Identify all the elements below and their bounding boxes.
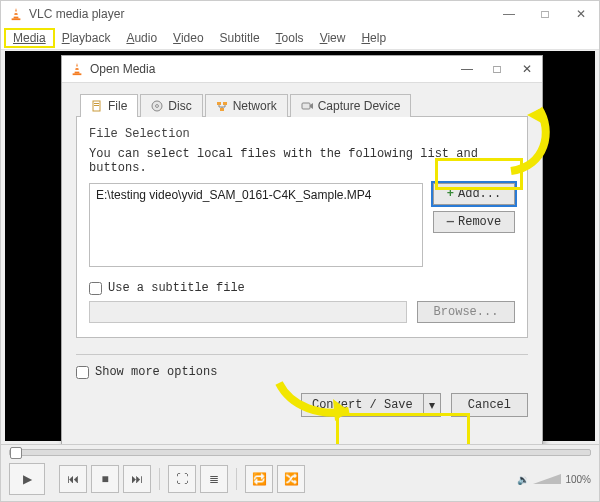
svg-point-12 xyxy=(156,105,159,108)
add-button-label: Add... xyxy=(458,187,501,201)
minus-icon: — xyxy=(447,215,454,229)
maximize-button[interactable]: □ xyxy=(527,1,563,27)
plus-icon: + xyxy=(447,187,454,201)
separator xyxy=(236,468,237,490)
network-icon xyxy=(216,100,228,112)
svg-rect-14 xyxy=(223,102,227,105)
tab-capture-label: Capture Device xyxy=(318,99,401,113)
vlc-cone-icon xyxy=(9,7,23,21)
show-more-input[interactable] xyxy=(76,366,89,379)
tab-file[interactable]: File xyxy=(80,94,138,117)
tab-file-label: File xyxy=(108,99,127,113)
minimize-button[interactable]: — xyxy=(491,1,527,27)
main-window-title: VLC media player xyxy=(29,7,491,21)
svg-rect-3 xyxy=(14,15,18,17)
svg-rect-7 xyxy=(75,70,79,72)
svg-rect-16 xyxy=(302,103,310,109)
dialog-close-button[interactable]: ✕ xyxy=(512,56,542,82)
use-subtitle-label: Use a subtitle file xyxy=(108,281,245,295)
menu-subtitle[interactable]: Subtitle xyxy=(212,29,268,47)
fullscreen-button[interactable]: ⛶ xyxy=(168,465,196,493)
convert-save-dropdown[interactable]: ▾ xyxy=(423,393,441,417)
convert-save-label: Convert / Save xyxy=(301,393,423,417)
remove-button[interactable]: — Remove xyxy=(433,211,515,233)
menu-media[interactable]: Media xyxy=(5,29,54,47)
subtitle-path-box xyxy=(89,301,407,323)
file-selection-row: E:\testing video\yvid_SAM_0161-C4K_Sampl… xyxy=(89,183,515,267)
svg-rect-13 xyxy=(217,102,221,105)
separator xyxy=(159,468,160,490)
file-selection-hint: You can select local files with the foll… xyxy=(89,147,515,175)
file-buttons: + Add... — Remove xyxy=(433,183,515,267)
volume-slider[interactable] xyxy=(533,474,561,484)
vlc-main-window: VLC media player — □ ✕ Media Playback Au… xyxy=(0,0,600,502)
menu-playback[interactable]: Playback xyxy=(54,29,119,47)
svg-rect-10 xyxy=(94,105,99,106)
loop-button[interactable]: 🔁 xyxy=(245,465,273,493)
show-more-label: Show more options xyxy=(95,365,217,379)
volume-control[interactable]: 🔉 100% xyxy=(517,474,591,485)
file-panel: File Selection You can select local file… xyxy=(76,116,528,338)
cancel-button[interactable]: Cancel xyxy=(451,393,528,417)
dialog-footer: Show more options xyxy=(76,365,528,379)
use-subtitle-checkbox[interactable]: Use a subtitle file xyxy=(89,281,515,295)
tab-disc[interactable]: Disc xyxy=(140,94,202,117)
svg-rect-15 xyxy=(220,108,224,111)
svg-rect-1 xyxy=(12,18,21,20)
volume-percent: 100% xyxy=(565,474,591,485)
file-selection-label: File Selection xyxy=(89,127,515,141)
menubar: Media Playback Audio Video Subtitle Tool… xyxy=(1,27,599,50)
seek-thumb[interactable] xyxy=(10,447,22,459)
play-button[interactable]: ▶ xyxy=(9,463,45,495)
svg-rect-2 xyxy=(14,11,18,13)
speaker-icon: 🔉 xyxy=(517,474,529,485)
divider xyxy=(76,354,528,355)
dialog-action-row: Convert / Save ▾ Cancel xyxy=(76,393,528,417)
dialog-minimize-button[interactable]: — xyxy=(452,56,482,82)
file-icon xyxy=(91,100,103,112)
open-media-dialog: Open Media — □ ✕ File Disc Network xyxy=(61,55,543,449)
prev-button[interactable]: ⏮ xyxy=(59,465,87,493)
menu-tools[interactable]: Tools xyxy=(268,29,312,47)
convert-save-button[interactable]: Convert / Save ▾ xyxy=(301,393,441,417)
remove-button-label: Remove xyxy=(458,215,501,229)
shuffle-button[interactable]: 🔀 xyxy=(277,465,305,493)
player-controls: ▶ ⏮ ■ ⏭ ⛶ ≣ 🔁 🔀 🔉 100% xyxy=(1,444,599,501)
svg-rect-9 xyxy=(94,103,99,104)
tab-strip: File Disc Network Capture Device xyxy=(80,93,528,116)
dialog-maximize-button[interactable]: □ xyxy=(482,56,512,82)
tab-capture[interactable]: Capture Device xyxy=(290,94,412,117)
extended-settings-button[interactable]: ≣ xyxy=(200,465,228,493)
seek-track[interactable] xyxy=(9,449,591,456)
add-button[interactable]: + Add... xyxy=(433,183,515,205)
chevron-down-icon: ▾ xyxy=(429,398,435,412)
tab-network-label: Network xyxy=(233,99,277,113)
main-titlebar: VLC media player — □ ✕ xyxy=(1,1,599,27)
use-subtitle-input[interactable] xyxy=(89,282,102,295)
menu-view[interactable]: View xyxy=(312,29,354,47)
stop-button[interactable]: ■ xyxy=(91,465,119,493)
disc-icon xyxy=(151,100,163,112)
next-button[interactable]: ⏭ xyxy=(123,465,151,493)
browse-button[interactable]: Browse... xyxy=(417,301,515,323)
capture-icon xyxy=(301,100,313,112)
dialog-title: Open Media xyxy=(90,62,452,76)
menu-video[interactable]: Video xyxy=(165,29,211,47)
subtitle-row: Browse... xyxy=(89,301,515,323)
svg-rect-5 xyxy=(73,73,82,75)
menu-help[interactable]: Help xyxy=(353,29,394,47)
show-more-checkbox[interactable]: Show more options xyxy=(76,365,217,379)
dialog-body: File Disc Network Capture Device File Se… xyxy=(62,83,542,449)
file-list[interactable]: E:\testing video\yvid_SAM_0161-C4K_Sampl… xyxy=(89,183,423,267)
seek-bar[interactable] xyxy=(1,445,599,459)
dialog-titlebar: Open Media — □ ✕ xyxy=(62,56,542,83)
menu-audio[interactable]: Audio xyxy=(118,29,165,47)
tab-network[interactable]: Network xyxy=(205,94,288,117)
control-buttons: ▶ ⏮ ■ ⏭ ⛶ ≣ 🔁 🔀 🔉 100% xyxy=(1,459,599,499)
tab-disc-label: Disc xyxy=(168,99,191,113)
vlc-cone-icon xyxy=(70,62,84,76)
svg-rect-6 xyxy=(75,66,79,68)
file-list-entry[interactable]: E:\testing video\yvid_SAM_0161-C4K_Sampl… xyxy=(96,188,416,202)
close-button[interactable]: ✕ xyxy=(563,1,599,27)
main-window-controls: — □ ✕ xyxy=(491,1,599,27)
